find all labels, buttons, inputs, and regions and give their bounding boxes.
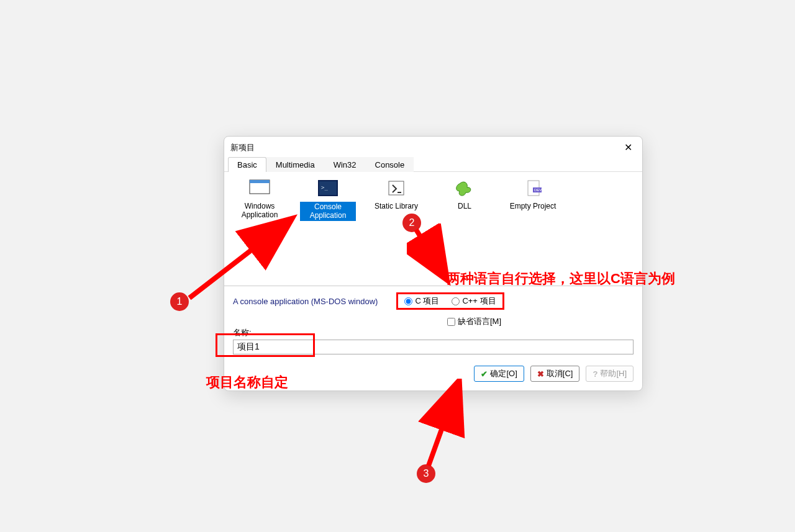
console-app-icon: >_ (317, 177, 339, 199)
dialog-title: 新项目 (230, 142, 255, 153)
radio-c[interactable]: C 项目 (404, 295, 439, 307)
tab-basic[interactable]: Basic (228, 157, 266, 172)
ok-button[interactable]: ✔ 确定[O] (474, 366, 524, 382)
annotation-badge-2: 2 (402, 214, 421, 232)
annotation-name-note: 项目名称自定 (206, 373, 288, 392)
check-icon: ✔ (481, 369, 488, 379)
static-lib-icon (385, 177, 407, 199)
proj-dll[interactable]: DLL (437, 177, 493, 281)
cancel-button[interactable]: ✖ 取消[C] (530, 366, 580, 382)
tab-win32[interactable]: Win32 (324, 157, 366, 172)
project-type-list: Windows Application >_ Console Applicati… (224, 172, 642, 286)
svg-text:>_: >_ (321, 184, 328, 191)
svg-text:DEV: DEV (534, 188, 542, 192)
windows-app-icon (248, 177, 271, 199)
proj-console-app[interactable]: >_ Console Application (300, 177, 356, 281)
x-icon: ✖ (537, 369, 544, 379)
empty-project-icon: DEV (522, 177, 544, 199)
svg-rect-1 (250, 180, 270, 183)
help-button[interactable]: ? 帮助[H] (586, 366, 634, 382)
proj-windows-app[interactable]: Windows Application (232, 177, 288, 281)
tabs: Basic Multimedia Win32 Console (224, 157, 642, 172)
annotation-badge-1: 1 (170, 292, 189, 311)
language-radios-highlight: C 项目 C++ 项目 (396, 292, 504, 310)
annotation-badge-3: 3 (417, 464, 435, 483)
close-icon[interactable]: ✕ (620, 140, 636, 155)
default-lang-checkbox[interactable] (447, 318, 455, 326)
svg-line-13 (429, 388, 457, 466)
default-lang-label: 缺省语言[M] (458, 316, 501, 327)
radio-cpp[interactable]: C++ 项目 (452, 295, 496, 307)
radio-c-input[interactable] (404, 297, 412, 305)
tab-console[interactable]: Console (366, 157, 414, 172)
project-description: A console application (MS-DOS window) (233, 297, 378, 306)
annotation-lang-note: 两种语言自行选择，这里以C语言为例 (447, 269, 675, 288)
titlebar: 新项目 ✕ (224, 137, 642, 157)
tab-multimedia[interactable]: Multimedia (266, 157, 324, 172)
annotation-name-highlight (216, 333, 315, 357)
proj-empty[interactable]: DEV Empty Project (505, 177, 561, 281)
radio-cpp-input[interactable] (452, 297, 460, 305)
dll-icon (453, 177, 476, 199)
annotation-arrow-3 (413, 379, 475, 472)
help-icon: ? (593, 369, 597, 379)
